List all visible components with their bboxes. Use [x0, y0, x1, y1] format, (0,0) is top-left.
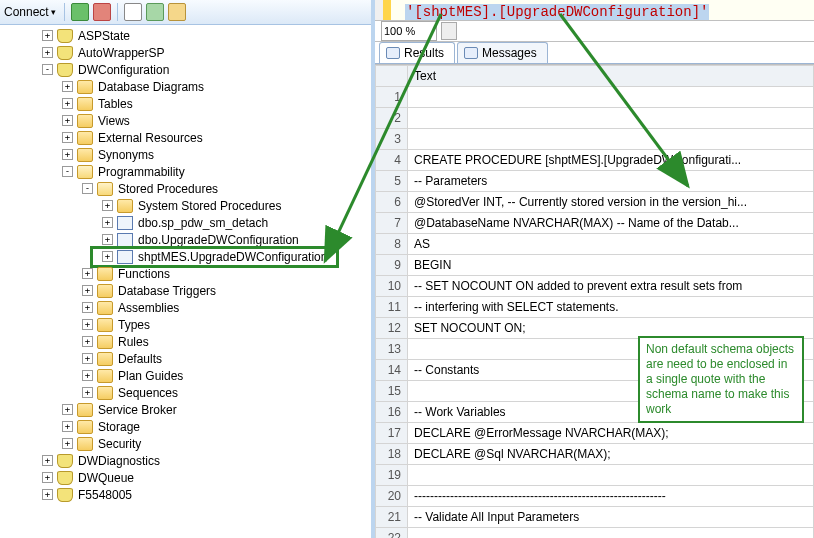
tree-node-types[interactable]: +Types	[4, 316, 371, 333]
expand-icon[interactable]: +	[62, 149, 73, 160]
disconnect-server-icon[interactable]	[93, 3, 111, 21]
tree-node-db-triggers[interactable]: +Database Triggers	[4, 282, 371, 299]
results-grid[interactable]: Text 1234CREATE PROCEDURE [shptMES].[Upg…	[375, 65, 814, 538]
tree-node-programmability[interactable]: -Programmability	[4, 163, 371, 180]
row-text: -- Parameters	[408, 171, 814, 192]
expand-icon[interactable]: +	[82, 370, 93, 381]
zoom-dropdown[interactable]	[441, 22, 457, 40]
tree-node-defaults[interactable]: +Defaults	[4, 350, 371, 367]
tree-node-sequences[interactable]: +Sequences	[4, 384, 371, 401]
expand-icon[interactable]: +	[62, 132, 73, 143]
row-number: 20	[376, 486, 408, 507]
expand-icon[interactable]: +	[42, 30, 53, 41]
database-icon	[57, 63, 73, 77]
row-text: DECLARE @ErrorMessage NVARCHAR(MAX);	[408, 423, 814, 444]
expand-icon[interactable]: +	[82, 268, 93, 279]
tree-node-assemblies[interactable]: +Assemblies	[4, 299, 371, 316]
connect-button[interactable]: Connect ▾	[2, 4, 58, 20]
filter-icon[interactable]	[124, 3, 142, 21]
tab-messages[interactable]: Messages	[457, 42, 548, 63]
collapse-icon[interactable]: -	[82, 183, 93, 194]
expand-icon[interactable]: +	[42, 472, 53, 483]
grid-row[interactable]: 9BEGIN	[376, 255, 814, 276]
grid-header-text[interactable]: Text	[408, 66, 814, 87]
row-number: 11	[376, 297, 408, 318]
grid-row[interactable]: 5-- Parameters	[376, 171, 814, 192]
tree-node-aspstate[interactable]: +ASPState	[4, 27, 371, 44]
tree-node-dwdiagnostics[interactable]: +DWDiagnostics	[4, 452, 371, 469]
stored-procedure-icon	[117, 216, 133, 230]
tree-node-sp-upgrade-dbo[interactable]: +dbo.UpgradeDWConfiguration	[4, 231, 371, 248]
grid-row[interactable]: 2	[376, 108, 814, 129]
tree-node-synonyms[interactable]: +Synonyms	[4, 146, 371, 163]
tree-node-service-broker[interactable]: +Service Broker	[4, 401, 371, 418]
sql-editor[interactable]: '[shptMES].[UpgradeDWConfiguration]'	[375, 0, 814, 21]
refresh-icon[interactable]	[146, 3, 164, 21]
grid-row[interactable]: 8AS	[376, 234, 814, 255]
grid-row[interactable]: 19	[376, 465, 814, 486]
grid-row[interactable]: 17DECLARE @ErrorMessage NVARCHAR(MAX);	[376, 423, 814, 444]
tree-node-system-sp[interactable]: +System Stored Procedures	[4, 197, 371, 214]
tree-node-dwqueue[interactable]: +DWQueue	[4, 469, 371, 486]
grid-row[interactable]: 4CREATE PROCEDURE [shptMES].[UpgradeDWCo…	[376, 150, 814, 171]
change-marker	[383, 0, 391, 20]
expand-icon[interactable]: +	[62, 421, 73, 432]
tree-node-storage[interactable]: +Storage	[4, 418, 371, 435]
tree-node-external-resources[interactable]: +External Resources	[4, 129, 371, 146]
tree-node-security[interactable]: +Security	[4, 435, 371, 452]
expand-icon[interactable]: +	[62, 81, 73, 92]
zoom-bar	[375, 21, 814, 42]
row-number: 21	[376, 507, 408, 528]
object-tree[interactable]: +ASPState +AutoWrapperSP -DWConfiguratio…	[0, 25, 371, 538]
grid-row[interactable]: 11-- interfering with SELECT statements.	[376, 297, 814, 318]
grid-row[interactable]: 1	[376, 87, 814, 108]
tree-node-sp-upgrade-mes[interactable]: +shptMES.UpgradeDWConfiguration	[4, 248, 371, 265]
tree-node-f5548005[interactable]: +F5548005	[4, 486, 371, 503]
grid-row[interactable]: 7@DatabaseName NVARCHAR(MAX) -- Name of …	[376, 213, 814, 234]
tree-node-sp-detach[interactable]: +dbo.sp_pdw_sm_detach	[4, 214, 371, 231]
grid-row[interactable]: 3	[376, 129, 814, 150]
tree-node-tables[interactable]: +Tables	[4, 95, 371, 112]
expand-icon[interactable]: +	[62, 98, 73, 109]
grid-row[interactable]: 21-- Validate All Input Parameters	[376, 507, 814, 528]
tree-node-autowrappersp[interactable]: +AutoWrapperSP	[4, 44, 371, 61]
connect-server-icon[interactable]	[71, 3, 89, 21]
tree-node-plan-guides[interactable]: +Plan Guides	[4, 367, 371, 384]
expand-icon[interactable]: +	[82, 285, 93, 296]
collapse-icon[interactable]: -	[62, 166, 73, 177]
tree-node-stored-procedures[interactable]: -Stored Procedures	[4, 180, 371, 197]
collapse-icon[interactable]: -	[42, 64, 53, 75]
expand-icon[interactable]: +	[62, 404, 73, 415]
grid-row[interactable]: 10-- SET NOCOUNT ON added to prevent ext…	[376, 276, 814, 297]
expand-icon[interactable]: +	[102, 234, 113, 245]
row-number: 4	[376, 150, 408, 171]
grid-row[interactable]: 22--------------------------------------…	[376, 528, 814, 539]
expand-icon[interactable]: +	[102, 251, 113, 262]
tree-node-rules[interactable]: +Rules	[4, 333, 371, 350]
tree-node-database-diagrams[interactable]: +Database Diagrams	[4, 78, 371, 95]
expand-icon[interactable]: +	[102, 217, 113, 228]
zoom-input[interactable]	[381, 21, 437, 41]
tree-node-functions[interactable]: +Functions	[4, 265, 371, 282]
expand-icon[interactable]: +	[42, 47, 53, 58]
folder-icon	[77, 148, 93, 162]
row-number: 9	[376, 255, 408, 276]
tree-node-views[interactable]: +Views	[4, 112, 371, 129]
expand-icon[interactable]: +	[42, 455, 53, 466]
script-icon[interactable]	[168, 3, 186, 21]
grid-row[interactable]: 6@StoredVer INT, -- Currently stored ver…	[376, 192, 814, 213]
expand-icon[interactable]: +	[82, 387, 93, 398]
expand-icon[interactable]: +	[82, 302, 93, 313]
expand-icon[interactable]: +	[62, 438, 73, 449]
row-text: -- Validate All Input Parameters	[408, 507, 814, 528]
tree-node-dwconfiguration[interactable]: -DWConfiguration	[4, 61, 371, 78]
grid-row[interactable]: 20--------------------------------------…	[376, 486, 814, 507]
expand-icon[interactable]: +	[82, 319, 93, 330]
expand-icon[interactable]: +	[82, 336, 93, 347]
grid-row[interactable]: 18DECLARE @Sql NVARCHAR(MAX);	[376, 444, 814, 465]
expand-icon[interactable]: +	[62, 115, 73, 126]
tab-results[interactable]: Results	[379, 42, 455, 63]
expand-icon[interactable]: +	[82, 353, 93, 364]
expand-icon[interactable]: +	[42, 489, 53, 500]
expand-icon[interactable]: +	[102, 200, 113, 211]
